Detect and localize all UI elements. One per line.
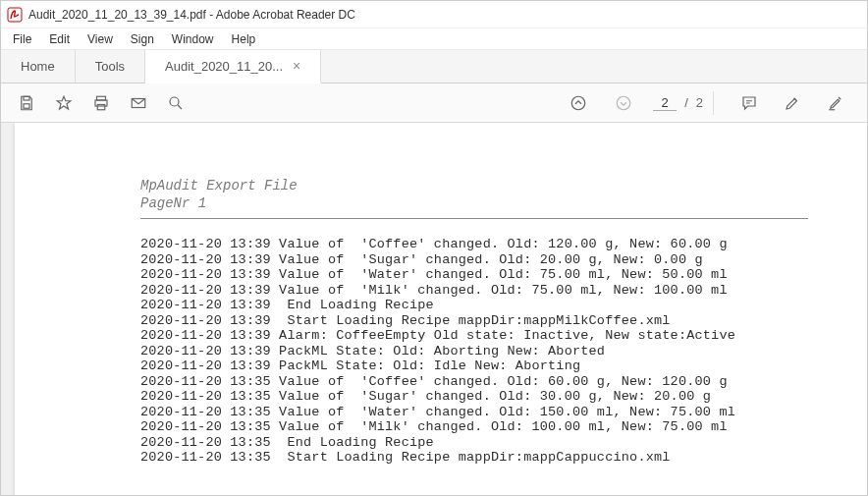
sign-pen-button[interactable] (777, 87, 808, 119)
menu-view[interactable]: View (80, 30, 121, 48)
pdf-page: MpAudit Export File PageNr 1 2020-11-20 … (15, 123, 867, 495)
tab-tools-label: Tools (95, 59, 125, 74)
tab-tools[interactable]: Tools (76, 50, 145, 83)
page-down-button[interactable] (608, 87, 639, 119)
audit-log: 2020-11-20 13:39 Value of 'Coffee' chang… (140, 237, 867, 466)
document-header: MpAudit Export File PageNr 1 (140, 178, 867, 212)
highlight-button[interactable] (820, 87, 851, 119)
tab-document-label: Audit_2020_11_20... (165, 59, 283, 74)
page-separator: / (684, 95, 688, 110)
header-rule (140, 218, 808, 219)
tab-home-label: Home (21, 59, 55, 74)
close-tab-button[interactable]: × (293, 59, 300, 73)
svg-point-9 (617, 96, 630, 110)
tab-home[interactable]: Home (1, 50, 76, 83)
toolbar-separator (713, 91, 714, 115)
page-number-input[interactable] (653, 95, 677, 111)
svg-rect-5 (97, 104, 105, 109)
header-line-2: PageNr 1 (140, 195, 867, 213)
comment-button[interactable] (733, 87, 765, 119)
menu-window[interactable]: Window (164, 30, 222, 48)
titlebar: Audit_2020_11_20_13_39_14.pdf - Adobe Ac… (1, 1, 867, 28)
acrobat-icon (7, 7, 23, 23)
menu-sign[interactable]: Sign (123, 30, 162, 48)
toolbar: / 2 (1, 83, 867, 123)
page-total: 2 (696, 95, 703, 110)
menu-file[interactable]: File (5, 30, 39, 48)
window-title: Audit_2020_11_20_13_39_14.pdf - Adobe Ac… (28, 8, 355, 22)
svg-rect-1 (24, 96, 29, 100)
page-navigation: / 2 (563, 87, 703, 119)
menubar: File Edit View Sign Window Help (1, 28, 867, 50)
print-button[interactable] (85, 87, 117, 119)
tabbar: Home Tools Audit_2020_11_20... × (1, 50, 867, 83)
header-line-1: MpAudit Export File (140, 178, 867, 195)
document-viewport[interactable]: MpAudit Export File PageNr 1 2020-11-20 … (1, 123, 867, 495)
star-button[interactable] (48, 87, 80, 119)
svg-rect-2 (24, 103, 29, 108)
email-button[interactable] (123, 87, 154, 119)
svg-point-8 (571, 96, 585, 110)
page-up-button[interactable] (563, 87, 594, 119)
svg-point-7 (170, 97, 179, 106)
search-button[interactable] (160, 87, 191, 119)
save-button[interactable] (11, 87, 42, 119)
tab-document[interactable]: Audit_2020_11_20... × (145, 50, 321, 83)
menu-edit[interactable]: Edit (41, 30, 78, 48)
menu-help[interactable]: Help (224, 30, 264, 48)
annotation-tools (724, 87, 857, 119)
